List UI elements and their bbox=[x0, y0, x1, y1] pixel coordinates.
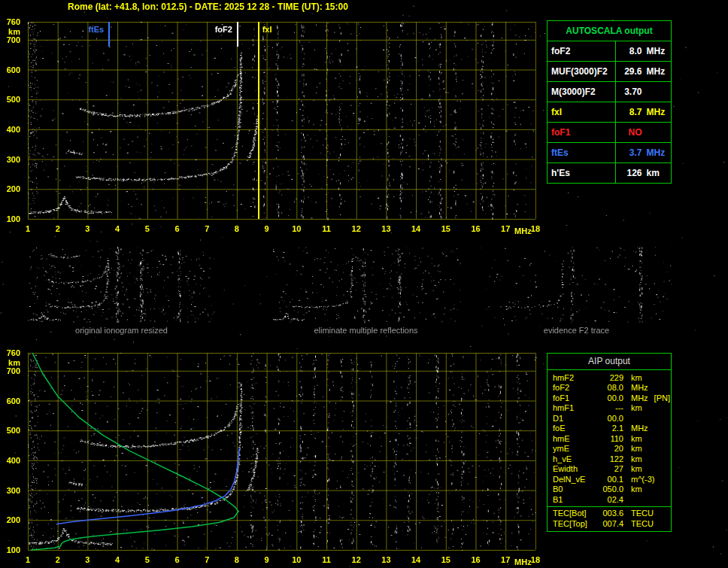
y-axis-unit: km bbox=[0, 27, 20, 36]
aip-row-ymE: ymE20km bbox=[548, 444, 671, 454]
x-axis-tick: 3 bbox=[79, 555, 96, 564]
y-axis-tick: 400 bbox=[0, 125, 20, 134]
x-axis-tick: 5 bbox=[139, 224, 156, 233]
autoscala-value: NO bbox=[616, 123, 671, 142]
x-axis-tick: 8 bbox=[229, 224, 245, 233]
x-axis-tick: 15 bbox=[438, 224, 454, 233]
aip-row-TEC[Top]: TEC[Top]007.4TECU bbox=[548, 518, 671, 529]
autoscala-row-ftEs: ftEs3.7MHz bbox=[548, 142, 671, 163]
aip-row-D1: D100.0 bbox=[548, 413, 671, 424]
x-axis-tick: 5 bbox=[139, 555, 156, 564]
y-axis-tick: 200 bbox=[0, 515, 20, 524]
aip-row-hmF2: hmF2229km bbox=[548, 372, 671, 383]
autoscala-row-MUF(3000)F2: MUF(3000)F229.6MHz bbox=[548, 61, 671, 81]
x-axis-tick: 9 bbox=[259, 555, 275, 564]
x-axis-tick: 6 bbox=[169, 555, 186, 564]
x-axis-tick: 11 bbox=[318, 555, 335, 564]
x-axis-tick: 15 bbox=[438, 555, 454, 564]
y-axis-tick: 700 bbox=[0, 35, 20, 44]
x-axis-tick: 14 bbox=[408, 555, 424, 564]
y-axis-tick: 100 bbox=[0, 545, 20, 554]
aip-row-Ewidth: Ewidth27km bbox=[548, 464, 671, 475]
autoscala-value: 8.7MHz bbox=[616, 102, 671, 122]
x-axis-tick: 16 bbox=[468, 224, 484, 233]
thumbnail-evidence-f2-trace bbox=[481, 245, 672, 323]
y-axis-tick: 100 bbox=[0, 214, 20, 223]
marker-label-ftEs: ftEs bbox=[71, 25, 104, 34]
x-axis-tick: 8 bbox=[229, 555, 245, 564]
autoscala-output-panel: AUTOSCALA output foF28.0MHzMUF(3000)F229… bbox=[547, 20, 672, 184]
x-axis-tick: 14 bbox=[408, 224, 424, 233]
aip-row-B0: B0050.0km bbox=[548, 484, 671, 495]
y-axis-tick: 500 bbox=[0, 95, 20, 104]
x-axis-unit: MHz bbox=[514, 226, 532, 235]
x-axis-tick: 10 bbox=[288, 224, 305, 233]
y-axis-tick: 700 bbox=[0, 366, 20, 375]
autoscala-row-M(3000)F2: M(3000)F23.70 bbox=[548, 81, 671, 102]
aip-row-foE: foE2.1MHz bbox=[548, 424, 671, 434]
thumbnail-caption-eliminate: eliminate multiple reflections bbox=[271, 326, 461, 335]
x-axis-tick: 2 bbox=[50, 555, 66, 564]
x-axis-tick: 17 bbox=[497, 555, 514, 564]
x-axis-tick: 3 bbox=[79, 224, 96, 233]
autoscala-value: 3.7MHz bbox=[616, 143, 671, 163]
aip-rows: hmF2229kmfoF208.0MHzfoF100.0MHz[PN]hmF1-… bbox=[548, 370, 671, 506]
autoscala-value: 126km bbox=[616, 163, 671, 183]
autoscala-row-fxI: fxI8.7MHz bbox=[548, 102, 671, 122]
autoscala-param: h'Es bbox=[548, 163, 616, 183]
x-axis-tick: 13 bbox=[378, 224, 394, 233]
x-axis-tick: 4 bbox=[109, 224, 126, 233]
aip-panel-header: AIP output bbox=[548, 354, 671, 370]
autoscala-param: foF1 bbox=[548, 123, 616, 142]
x-axis-tick: 9 bbox=[259, 224, 275, 233]
aip-row-foF2: foF208.0MHz bbox=[548, 383, 671, 393]
x-axis-tick: 12 bbox=[348, 224, 365, 233]
x-axis-tick: 13 bbox=[378, 555, 394, 564]
x-axis-tick: 11 bbox=[318, 224, 335, 233]
autoscala-row-h'Es: h'Es126km bbox=[548, 163, 671, 183]
x-axis-tick: 17 bbox=[497, 224, 514, 233]
x-axis-tick: 7 bbox=[199, 224, 215, 233]
y-axis-tick: 760 bbox=[0, 17, 20, 26]
y-axis-tick: 300 bbox=[0, 486, 20, 495]
autoscala-value: 29.6MHz bbox=[616, 62, 671, 81]
x-axis-tick: 12 bbox=[348, 555, 365, 564]
top-ionogram-canvas bbox=[23, 18, 540, 223]
autoscala-row-foF2: foF28.0MHz bbox=[548, 41, 671, 61]
aip-row-h_vE: h_vE122km bbox=[548, 454, 671, 464]
x-axis-tick: 1 bbox=[20, 555, 36, 564]
y-axis-tick: 300 bbox=[0, 155, 20, 164]
y-axis-tick: 400 bbox=[0, 456, 20, 465]
autoscala-param: fxI bbox=[548, 102, 616, 122]
thumbnail-eliminate-multiples bbox=[271, 245, 461, 323]
y-axis-tick: 760 bbox=[0, 348, 20, 357]
y-axis-tick: 600 bbox=[0, 396, 20, 405]
marker-label-fxI: fxI bbox=[262, 25, 272, 34]
bottom-ionogram-canvas bbox=[23, 349, 540, 554]
autoscala-param: M(3000)F2 bbox=[548, 82, 616, 102]
marker-label-foF2: foF2 bbox=[199, 25, 232, 34]
thumbnail-caption-original: original ionogram resized bbox=[26, 326, 217, 335]
y-axis-tick: 200 bbox=[0, 184, 20, 193]
thumbnail-original-ionogram bbox=[26, 245, 217, 323]
station-title: Rome (lat: +41.8, lon: 012.5) - DATE: 20… bbox=[68, 2, 348, 12]
aip-row-hmF1: hmF1---km bbox=[548, 403, 671, 414]
x-axis-tick: 4 bbox=[109, 555, 126, 564]
aip-output-panel: AIP output hmF2229kmfoF208.0MHzfoF100.0M… bbox=[547, 353, 672, 532]
aip-row-foF1: foF100.0MHz[PN] bbox=[548, 393, 671, 403]
x-axis-tick: 1 bbox=[20, 224, 36, 233]
aip-tec-rows: TEC[Bot]003.6TECUTEC[Top]007.4TECU bbox=[548, 506, 671, 531]
y-axis-unit: km bbox=[0, 358, 20, 367]
autoscala-window: Rome (lat: +41.8, lon: 012.5) - DATE: 20… bbox=[0, 0, 728, 568]
aip-row-hmE: hmE110km bbox=[548, 433, 671, 444]
autoscala-value: 8.0MHz bbox=[616, 41, 671, 61]
autoscala-rows: foF28.0MHzMUF(3000)F229.6MHzM(3000)F23.7… bbox=[548, 41, 671, 183]
aip-row-B1: B102.4 bbox=[548, 494, 671, 505]
thumbnail-caption-evidence: evidence F2 trace bbox=[481, 326, 672, 335]
x-axis-tick: 10 bbox=[288, 555, 305, 564]
x-axis-unit: MHz bbox=[514, 557, 532, 566]
y-axis-tick: 600 bbox=[0, 65, 20, 74]
autoscala-param: MUF(3000)F2 bbox=[548, 62, 616, 81]
x-axis-tick: 2 bbox=[50, 224, 66, 233]
x-axis-tick: 7 bbox=[199, 555, 215, 564]
